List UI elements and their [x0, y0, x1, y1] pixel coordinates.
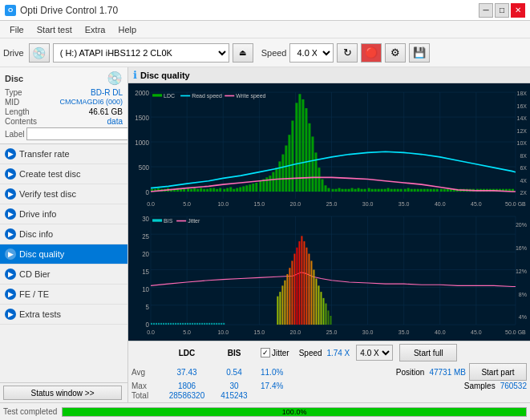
- sidebar-item-disc-quality[interactable]: ▶ Disc quality: [0, 244, 127, 265]
- svg-rect-213: [153, 323, 155, 325]
- sidebar-item-drive-info[interactable]: ▶ Drive info: [0, 204, 127, 224]
- disc-label-input[interactable]: [26, 127, 128, 140]
- svg-rect-111: [414, 189, 416, 192]
- transfer-rate-icon: ▶: [5, 148, 16, 160]
- svg-rect-208: [322, 298, 324, 325]
- svg-rect-83: [321, 180, 323, 192]
- menu-file[interactable]: File: [3, 23, 30, 36]
- sidebar-item-cd-bier[interactable]: ▶ CD Bier: [0, 265, 127, 285]
- svg-text:1500: 1500: [135, 114, 149, 122]
- menu-extra[interactable]: Extra: [79, 23, 112, 36]
- disc-length-row: Length 46.61 GB: [5, 107, 123, 116]
- disc-length-value: 46.61 GB: [89, 107, 123, 116]
- svg-rect-96: [364, 189, 366, 192]
- disc-panel-icon: 💿: [107, 71, 123, 86]
- content-area: ℹ Disc quality 2000 1500 1000 500 0 18X …: [128, 67, 530, 402]
- svg-rect-235: [206, 323, 208, 325]
- svg-rect-103: [387, 188, 390, 192]
- menubar: File Start test Extra Help: [0, 21, 530, 38]
- svg-text:20.0: 20.0: [290, 329, 301, 336]
- svg-rect-239: [216, 323, 217, 325]
- save-button[interactable]: 💾: [409, 43, 430, 63]
- disc-type-row: Type BD-R DL: [5, 88, 123, 97]
- svg-text:45.0: 45.0: [471, 329, 482, 336]
- svg-rect-117: [433, 189, 435, 192]
- sidebar-menu: ▶ Transfer rate ▶ Create test disc ▶ Ver…: [0, 144, 127, 382]
- sidebar-item-transfer-rate[interactable]: ▶ Transfer rate: [0, 144, 127, 164]
- eject-button[interactable]: ⏏: [233, 43, 253, 63]
- stats-ldc-header: LDC: [163, 349, 211, 357]
- svg-rect-196: [293, 254, 295, 325]
- svg-text:Write speed: Write speed: [236, 91, 265, 99]
- svg-rect-110: [411, 189, 413, 192]
- status-window-button[interactable]: Status window >>: [3, 386, 122, 400]
- stats-total-row: Total 28586320 415243: [131, 391, 527, 400]
- refresh-button[interactable]: ↻: [337, 43, 358, 63]
- drive-select[interactable]: ( H:) ATAPI iHBS112 2 CL0K: [53, 43, 229, 63]
- svg-rect-60: [245, 185, 248, 192]
- svg-rect-82: [318, 168, 320, 192]
- maximize-button[interactable]: □: [495, 3, 509, 18]
- menu-start-test[interactable]: Start test: [30, 23, 79, 36]
- svg-rect-81: [314, 152, 317, 192]
- svg-text:12%: 12%: [516, 268, 527, 275]
- svg-rect-211: [330, 316, 332, 325]
- samples-area: Samples 760532: [464, 382, 527, 390]
- max-bis: 30: [214, 382, 254, 390]
- svg-rect-43: [190, 189, 192, 192]
- disc-contents-row: Contents data: [5, 117, 123, 126]
- svg-rect-95: [361, 189, 363, 192]
- svg-rect-44: [193, 188, 196, 192]
- svg-rect-191: [281, 285, 283, 325]
- svg-text:1000: 1000: [135, 139, 149, 147]
- sidebar-item-disc-info[interactable]: ▶ Disc info: [0, 224, 127, 244]
- svg-rect-221: [172, 323, 174, 325]
- settings-button[interactable]: 🔴: [361, 43, 382, 63]
- jitter-checkbox[interactable]: ✓: [261, 348, 270, 357]
- svg-text:18X: 18X: [517, 90, 528, 97]
- fe-te-icon: ▶: [5, 289, 16, 300]
- svg-rect-222: [175, 323, 176, 325]
- svg-rect-206: [318, 285, 319, 325]
- minimize-button[interactable]: ─: [479, 3, 493, 18]
- sidebar-item-verify-test-disc[interactable]: ▶ Verify test disc: [0, 184, 127, 204]
- svg-rect-230: [194, 323, 196, 325]
- speed-select-stats[interactable]: 4.0 X: [356, 345, 393, 361]
- svg-rect-100: [378, 189, 380, 192]
- start-full-button[interactable]: Start full: [399, 344, 457, 361]
- svg-rect-56: [233, 189, 235, 192]
- svg-text:12X: 12X: [517, 127, 528, 135]
- start-part-button[interactable]: Start part: [469, 363, 527, 381]
- svg-text:45.0: 45.0: [471, 200, 482, 207]
- svg-rect-102: [384, 189, 386, 192]
- svg-rect-240: [218, 323, 220, 325]
- close-button[interactable]: ✕: [511, 3, 525, 18]
- menu-help[interactable]: Help: [111, 23, 143, 36]
- charts-svg: 2000 1500 1000 500 0 18X 16X 14X 12X 10X…: [128, 83, 530, 341]
- svg-rect-225: [182, 323, 184, 325]
- svg-rect-107: [400, 189, 403, 192]
- speed-select[interactable]: 4.0 X: [289, 43, 334, 63]
- svg-rect-200: [303, 241, 305, 325]
- svg-rect-202: [308, 254, 310, 325]
- svg-rect-89: [342, 189, 344, 192]
- svg-rect-205: [315, 279, 317, 325]
- svg-rect-238: [213, 323, 215, 325]
- svg-rect-93: [354, 189, 357, 192]
- bottom-status-bar: Test completed 100.0%: [0, 402, 530, 420]
- sidebar-item-create-test-disc[interactable]: ▶ Create test disc: [0, 164, 127, 184]
- svg-rect-68: [272, 172, 274, 192]
- jitter-label: Jitter: [272, 349, 289, 357]
- svg-rect-116: [430, 189, 432, 192]
- svg-rect-70: [278, 161, 281, 192]
- svg-rect-220: [170, 323, 172, 325]
- config-button[interactable]: ⚙: [385, 43, 406, 63]
- sidebar-label-transfer-rate: Transfer rate: [19, 149, 70, 159]
- svg-text:30: 30: [142, 214, 149, 222]
- svg-text:50.0 GB: 50.0 GB: [505, 329, 526, 336]
- sidebar-item-fe-te[interactable]: ▶ FE / TE: [0, 285, 127, 305]
- sidebar-item-extra-tests[interactable]: ▶ Extra tests: [0, 305, 127, 325]
- svg-rect-91: [348, 189, 350, 192]
- svg-rect-241: [220, 323, 222, 325]
- disc-panel-header: Disc 💿: [5, 71, 123, 86]
